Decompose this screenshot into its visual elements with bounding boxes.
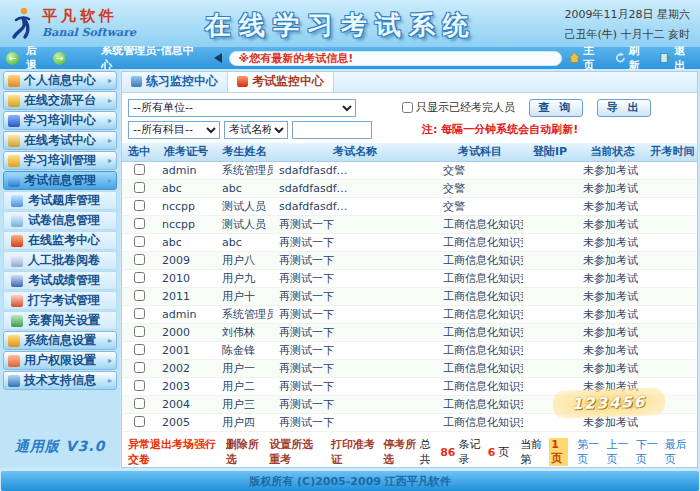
row-select-checkbox[interactable] [134, 236, 145, 247]
app-header: 平凡软件 Banal Software 在线学习考试系统 2009年11月28日… [0, 0, 700, 46]
exit-icon [660, 52, 671, 64]
cell-subject: 交警 [437, 198, 523, 216]
cell-start [648, 270, 697, 288]
row-select-checkbox[interactable] [134, 416, 145, 427]
page-link-1[interactable]: 上一页 [606, 437, 632, 467]
cell-name: 陈金锋 [216, 342, 273, 360]
row-select-checkbox[interactable] [134, 254, 145, 265]
sidebar-item-7[interactable]: 试卷信息管理 [3, 211, 117, 230]
cell-name: 用户九 [216, 270, 273, 288]
sidebar-item-2[interactable]: 学习培训中心▸ [3, 111, 117, 130]
subject-select[interactable]: --所有科目-- [128, 121, 220, 139]
action-link-4[interactable]: 停考所选 [383, 437, 419, 467]
cell-id: 2002 [156, 360, 216, 378]
query-button[interactable]: 查 询 [529, 99, 583, 117]
logout-button[interactable]: 退出 [660, 43, 694, 73]
row-select-checkbox[interactable] [134, 290, 145, 301]
row-select-checkbox[interactable] [134, 164, 145, 175]
sidebar-item-11[interactable]: 打字考试管理 [3, 291, 117, 310]
chevron-right-icon: ▸ [108, 156, 112, 165]
cell-subject: 工商信息化知识竞… [437, 252, 523, 270]
cell-start [648, 306, 697, 324]
sidebar-item-4[interactable]: 学习培训管理▸ [3, 151, 117, 170]
sidebar-item-13[interactable]: 系统信息设置▸ [3, 331, 117, 350]
chevron-right-icon: ▸ [108, 356, 112, 365]
cell-name: 用户十 [216, 288, 273, 306]
table-row: admin系统管理员sdafdfasdf…交警未参加考试 [122, 162, 697, 180]
typing-icon [11, 295, 23, 307]
action-link-2[interactable]: 设置所选重考 [269, 437, 324, 467]
page-link-0[interactable]: 第一页 [577, 437, 603, 467]
exam-name-input[interactable] [292, 121, 372, 139]
sidebar-item-10[interactable]: 考试成绩管理 [3, 271, 117, 290]
chevron-right-icon: ▸ [108, 96, 112, 105]
row-select-checkbox[interactable] [134, 200, 145, 211]
cell-exam: 再测试一下 [273, 378, 437, 396]
sidebar-item-5[interactable]: 考试信息管理▸ [3, 171, 117, 190]
person-icon [131, 76, 142, 87]
sidebar-item-3[interactable]: 在线考试中心▸ [3, 131, 117, 150]
sidebar-item-15[interactable]: 技术支持信息▸ [3, 371, 117, 390]
sidebar-item-label: 考试信息管理 [24, 172, 96, 189]
cell-status: 未参加考试 [577, 180, 648, 198]
row-select-checkbox[interactable] [134, 218, 145, 229]
system-icon [8, 335, 20, 347]
news-marquee[interactable]: ※您有最新的考试信息! [229, 51, 563, 66]
sidebar-item-6[interactable]: 考试题库管理 [3, 191, 117, 210]
table-header-row: 选中准考证号考生姓名考试名称考试科目登陆IP当前状态开考时间 [122, 143, 697, 162]
tab-0[interactable]: 练习监控中心 [122, 72, 228, 92]
sidebar-item-label: 考试成绩管理 [28, 272, 100, 289]
row-select-checkbox[interactable] [134, 380, 145, 391]
column-header-1: 准考证号 [156, 143, 216, 162]
action-link-1[interactable]: 删除所选 [226, 437, 262, 467]
sidebar-item-label: 在线交流平台 [24, 92, 96, 109]
page-link-2[interactable]: 下一页 [636, 437, 662, 467]
sidebar-item-9[interactable]: 人工批卷阅卷 [3, 251, 117, 270]
user-permission-icon [8, 355, 20, 367]
cell-ip [523, 234, 577, 252]
refresh-label: 刷新 [629, 43, 649, 73]
unit-select[interactable]: --所有单位-- [128, 99, 356, 117]
cell-status: 未参加考试 [577, 342, 648, 360]
sidebar-item-14[interactable]: 用户权限设置▸ [3, 351, 117, 370]
column-header-3: 考试名称 [273, 143, 437, 162]
row-select-checkbox[interactable] [134, 308, 145, 319]
sidebar-item-1[interactable]: 在线交流平台▸ [3, 91, 117, 110]
action-link-3[interactable]: 打印准考证 [331, 437, 376, 467]
sidebar-item-12[interactable]: 竞赛闯关设置 [3, 311, 117, 330]
row-select-checkbox[interactable] [134, 344, 145, 355]
row-select-checkbox[interactable] [134, 326, 145, 337]
export-button[interactable]: 导 出 [597, 99, 651, 117]
cell-ip [523, 360, 577, 378]
sidebar-item-0[interactable]: 个人信息中心▸ [3, 71, 117, 90]
pagination: 总共 86 条记录 6 页 当前第 1页 第一页上一页下一页最后页 [420, 437, 691, 467]
tab-1[interactable]: 考试监控中心 [228, 72, 334, 92]
cell-name: abc [216, 180, 273, 198]
table-row: 2010用户九再测试一下工商信息化知识竞…未参加考试 [122, 270, 697, 288]
row-select-checkbox[interactable] [134, 182, 145, 193]
action-links: 异常退出考场强行交卷删除所选设置所选重考打印准考证停考所选 [128, 437, 420, 467]
cell-ip [523, 180, 577, 198]
cell-id: 2010 [156, 270, 216, 288]
back-arrow-icon[interactable]: ← [6, 52, 19, 65]
main-content: 练习监控中心考试监控中心 --所有单位-- 只显示已经考完人员 查 询 导 出 … [121, 71, 698, 468]
row-select-checkbox[interactable] [134, 398, 145, 409]
table-row: nccpp测试人员再测试一下工商信息化知识竞…未参加考试 [122, 216, 697, 234]
row-select-checkbox[interactable] [134, 272, 145, 283]
forward-arrow-icon[interactable]: → [53, 52, 66, 65]
row-select-checkbox[interactable] [134, 362, 145, 373]
cell-id: 2009 [156, 252, 216, 270]
finished-only-checkbox[interactable] [402, 102, 413, 113]
cell-status: 未参加考试 [577, 378, 648, 396]
home-button[interactable]: 主页 [569, 43, 603, 73]
sidebar-item-8[interactable]: 在线监考中心 [3, 231, 117, 250]
refresh-button[interactable]: 刷新 [615, 43, 649, 73]
page-link-3[interactable]: 最后页 [665, 437, 691, 467]
cell-ip [523, 216, 577, 234]
cell-start [648, 288, 697, 306]
cell-id: 2001 [156, 342, 216, 360]
exam-name-select[interactable]: 考试名称 [224, 121, 288, 139]
action-link-0[interactable]: 异常退出考场强行交卷 [128, 437, 219, 467]
contest-icon [11, 315, 23, 327]
chat-icon [8, 95, 20, 107]
